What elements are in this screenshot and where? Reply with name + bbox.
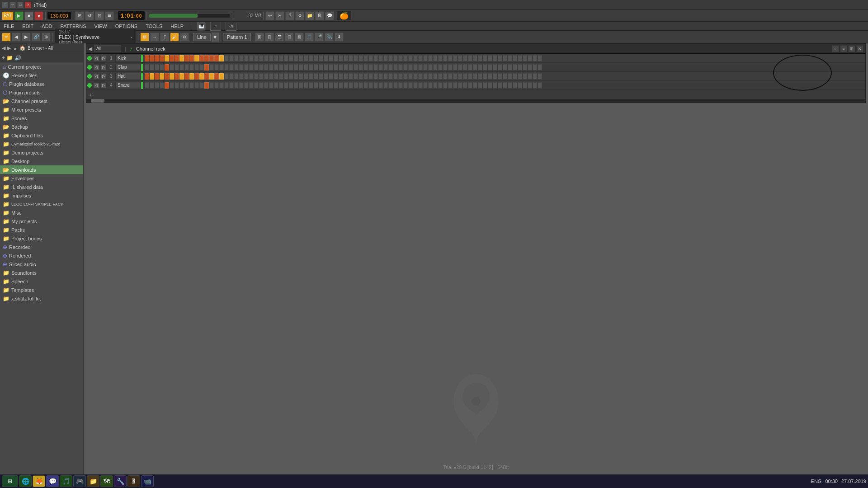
clap-solo[interactable]: ▷ bbox=[101, 65, 106, 70]
kick-pad-10[interactable] bbox=[189, 55, 194, 61]
hat-pad-76[interactable] bbox=[518, 73, 522, 80]
clap-pad-14[interactable] bbox=[209, 64, 214, 70]
kick-pad-45[interactable] bbox=[363, 55, 368, 61]
snare-pad-22[interactable] bbox=[249, 82, 254, 89]
snare-pad-57[interactable] bbox=[423, 82, 428, 89]
snare-pad-72[interactable] bbox=[498, 82, 502, 89]
kick-pad-66[interactable] bbox=[468, 55, 472, 61]
clap-name[interactable]: Clap bbox=[115, 64, 140, 71]
hat-pad-2[interactable] bbox=[150, 73, 154, 80]
snare-pad-41[interactable] bbox=[344, 82, 348, 89]
kick-pad-12[interactable] bbox=[199, 55, 204, 61]
sidebar-item-templates[interactable]: 📁 Templates bbox=[0, 286, 83, 294]
snare-pad-43[interactable] bbox=[354, 82, 358, 89]
clap-pad-65[interactable] bbox=[463, 64, 467, 70]
snare-pad-33[interactable] bbox=[304, 82, 308, 89]
snare-pad-7[interactable] bbox=[175, 82, 179, 89]
kick-pad-80[interactable] bbox=[538, 55, 542, 61]
kick-pad-9[interactable] bbox=[184, 55, 189, 61]
clap-pad-73[interactable] bbox=[503, 64, 507, 70]
taskbar-browser[interactable]: 🦊 bbox=[33, 475, 45, 487]
clap-pad-23[interactable] bbox=[254, 64, 259, 70]
hat-pad-51[interactable] bbox=[393, 73, 398, 80]
kick-led[interactable] bbox=[87, 56, 92, 61]
snare-pad-77[interactable] bbox=[523, 82, 527, 89]
snare-pad-19[interactable] bbox=[234, 82, 239, 89]
sidebar-item-soundfonts[interactable]: 📁 Soundfonts bbox=[0, 268, 83, 277]
clap-pad-32[interactable] bbox=[299, 64, 303, 70]
clap-pad-4[interactable] bbox=[160, 64, 164, 70]
snare-pad-31[interactable] bbox=[294, 82, 298, 89]
sidebar-item-clipboard-files[interactable]: 📁 Clipboard files bbox=[0, 131, 83, 140]
orange-btn1[interactable]: ⊠ bbox=[140, 33, 149, 42]
kick-pad-19[interactable] bbox=[234, 55, 239, 61]
hat-led[interactable] bbox=[87, 74, 92, 79]
kick-pad-53[interactable] bbox=[403, 55, 408, 61]
hat-pad-9[interactable] bbox=[184, 73, 189, 80]
cr-close-btn[interactable]: ✕ bbox=[856, 45, 863, 52]
clap-pad-30[interactable] bbox=[289, 64, 293, 70]
kick-pad-59[interactable] bbox=[433, 55, 438, 61]
instrument-icon[interactable]: 🎹 bbox=[197, 22, 206, 31]
settings-button[interactable]: ⚙ bbox=[295, 11, 304, 20]
clap-pad-7[interactable] bbox=[175, 64, 179, 70]
up-nav-icon[interactable]: ▲ bbox=[13, 46, 18, 51]
hat-pad-72[interactable] bbox=[498, 73, 502, 80]
clap-pad-66[interactable] bbox=[468, 64, 472, 70]
snare-pad-74[interactable] bbox=[508, 82, 512, 89]
hat-pad-8[interactable] bbox=[179, 73, 184, 80]
hat-pad-33[interactable] bbox=[304, 73, 308, 80]
kick-pad-75[interactable] bbox=[513, 55, 517, 61]
add-folder-icon[interactable]: + bbox=[2, 55, 5, 61]
snare-pad-26[interactable] bbox=[269, 82, 274, 89]
hat-pad-13[interactable] bbox=[204, 73, 209, 80]
cr-bars-btn[interactable]: ≡ bbox=[840, 45, 847, 52]
hat-pad-10[interactable] bbox=[189, 73, 194, 80]
clap-pad-42[interactable] bbox=[349, 64, 353, 70]
cr-minimize-btn[interactable]: ○ bbox=[832, 45, 839, 52]
snare-pad-64[interactable] bbox=[458, 82, 462, 89]
hat-pad-78[interactable] bbox=[528, 73, 532, 80]
snare-pad-6[interactable] bbox=[170, 82, 174, 89]
clap-pad-25[interactable] bbox=[264, 64, 269, 70]
hat-name[interactable]: Hat bbox=[115, 73, 140, 80]
hat-pad-49[interactable] bbox=[383, 73, 388, 80]
kick-pad-78[interactable] bbox=[528, 55, 532, 61]
snare-pad-12[interactable] bbox=[199, 82, 204, 89]
clap-pad-21[interactable] bbox=[244, 64, 249, 70]
clap-pad-2[interactable] bbox=[150, 64, 154, 70]
sidebar-item-rendered[interactable]: ⊕ Rendered bbox=[0, 251, 83, 260]
sidebar-item-recorded[interactable]: ⊕ Recorded bbox=[0, 243, 83, 251]
kick-pad-17[interactable] bbox=[224, 55, 229, 61]
clock-icon[interactable]: ◔ bbox=[226, 22, 236, 31]
hat-pad-35[interactable] bbox=[314, 73, 318, 80]
kick-pad-16[interactable] bbox=[219, 55, 224, 61]
hat-pad-36[interactable] bbox=[319, 73, 323, 80]
hat-pad-52[interactable] bbox=[398, 73, 403, 80]
kick-pad-34[interactable] bbox=[309, 55, 313, 61]
snare-pad-71[interactable] bbox=[493, 82, 497, 89]
hat-pad-26[interactable] bbox=[269, 73, 274, 80]
snare-pad-69[interactable] bbox=[483, 82, 487, 89]
clap-pad-52[interactable] bbox=[398, 64, 403, 70]
hat-pad-20[interactable] bbox=[239, 73, 244, 80]
loop-button[interactable]: ↺ bbox=[85, 11, 94, 20]
clap-pad-12[interactable] bbox=[199, 64, 204, 70]
grid-btn1[interactable]: ⊞ bbox=[255, 33, 264, 42]
kick-pad-6[interactable] bbox=[170, 55, 174, 61]
hat-pad-56[interactable] bbox=[418, 73, 423, 80]
hat-pad-4[interactable] bbox=[160, 73, 164, 80]
snare-pad-28[interactable] bbox=[279, 82, 283, 89]
channel-rack-back[interactable]: ◀ bbox=[88, 46, 92, 52]
hat-pad-39[interactable] bbox=[334, 73, 338, 80]
snare-pad-36[interactable] bbox=[319, 82, 323, 89]
forward-btn[interactable]: → bbox=[150, 33, 159, 42]
hat-pad-58[interactable] bbox=[428, 73, 433, 80]
hat-pad-6[interactable] bbox=[170, 73, 174, 80]
bpm-display[interactable]: 130.000 bbox=[47, 12, 71, 19]
hat-pad-63[interactable] bbox=[453, 73, 458, 80]
hat-pad-23[interactable] bbox=[254, 73, 259, 80]
hat-pad-53[interactable] bbox=[403, 73, 408, 80]
sidebar-item-demo-projects[interactable]: 📁 Demo projects bbox=[0, 148, 83, 157]
sidebar-item-envelopes[interactable]: 📁 Envelopes bbox=[0, 174, 83, 183]
